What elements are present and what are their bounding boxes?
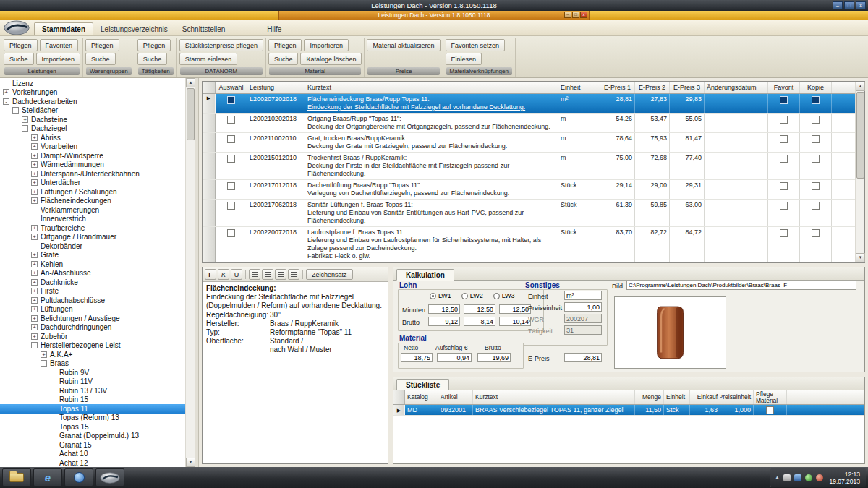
expand-icon[interactable]: + [31,143,38,150]
internet-explorer-taskbar-button[interactable]: e [33,468,62,487]
netto-input[interactable] [401,353,433,362]
auswahl-checkbox[interactable] [227,116,235,124]
ribbon-button-pflegen[interactable]: Pflegen [85,39,119,51]
expand-icon[interactable]: + [31,324,38,330]
stk-header-pflege-material[interactable]: Pflege Material [754,390,787,404]
tree-item-braas[interactable]: -Braas [0,359,185,369]
kopie-checkbox[interactable] [812,116,820,124]
tree-scroll-thumb[interactable] [187,88,195,140]
stk-header-artikel[interactable]: Artikel [438,390,473,404]
auswahl-checkbox[interactable] [227,135,235,143]
expand-icon[interactable]: + [31,179,38,186]
tree-item-flächeneindeckungen[interactable]: +Flächeneindeckungen [0,197,185,206]
expand-icon[interactable]: + [31,234,38,240]
ribbon-button-pflegen[interactable]: Pflegen [137,39,171,51]
langtext-body[interactable]: Flächeneindeckung: Eindeckung der Steild… [203,282,388,463]
expand-icon[interactable]: + [31,153,38,159]
tree-item-vorarbeiten[interactable]: +Vorarbeiten [0,142,185,152]
grid-header-kurztext[interactable]: Kurztext [305,82,558,93]
auswahl-checkbox[interactable] [227,96,235,104]
ribbon-button-suche[interactable]: Suche [4,53,34,65]
file-manager-taskbar-button[interactable] [2,468,31,487]
grid-scroll-thumb[interactable] [856,92,864,179]
tree-item-lizenz[interactable]: Lizenz [0,79,185,88]
collapse-icon[interactable]: - [31,342,38,348]
collapse-icon[interactable]: - [41,360,47,367]
auswahl-checkbox[interactable] [227,155,235,163]
grid-scrollbar[interactable]: ▲ ▼ [855,82,864,262]
grid-row[interactable]: L200210202018Ortgang Braas/Rupp "Topas 1… [203,114,855,133]
network-tray-icon[interactable] [794,474,801,481]
tree-item-wärmedämmungen[interactable]: +Wärmedämmungen [0,160,185,170]
grid-header-einheit[interactable]: Einheit [558,82,600,93]
security-tray-icon[interactable] [816,474,823,481]
tree-item-unterspann-unterdeckbahnen[interactable]: +Unterspann-/Unterdeckbahnen [0,169,185,179]
ribbon-button-suche[interactable]: Suche [85,53,116,65]
expand-icon[interactable]: + [31,288,38,294]
row-selector[interactable] [203,133,216,152]
collapse-icon[interactable]: - [3,98,9,105]
material-brutto-input[interactable] [477,353,511,362]
tree-item-dachdeckerarbeiten[interactable]: -Dachdeckerarbeiten [0,97,185,106]
tree-item-unterdächer[interactable]: +Unterdächer [0,179,185,188]
expand-icon[interactable]: + [41,351,47,358]
kopie-checkbox[interactable] [812,229,820,237]
expand-icon[interactable]: + [31,197,38,204]
tree-item-kehlen[interactable]: +Kehlen [0,260,185,269]
expand-icon[interactable]: + [31,315,38,322]
grid-row[interactable]: ▶L200207202018Flächeneindeckung Braas/Ru… [203,94,855,114]
minimize-button[interactable]: – [833,1,843,9]
expand-icon[interactable]: + [31,134,38,141]
align-right-button[interactable] [275,269,286,280]
minuten-lw1-input[interactable] [428,304,460,314]
favorit-checkbox[interactable] [780,135,788,143]
expand-icon[interactable]: + [31,279,38,286]
kopie-checkbox[interactable] [812,182,820,190]
ribbon-button-favoriten-setzen[interactable]: Favoriten setzen [446,39,506,51]
expand-icon[interactable]: + [31,261,38,267]
ribbon-button-suche[interactable]: Suche [137,53,168,65]
lohn-option-lw2[interactable]: LW2 [461,292,483,299]
tree-item-verklammerungen[interactable]: Verklammerungen [0,205,185,215]
close-button[interactable]: × [856,1,866,9]
tree-item-traufbereiche[interactable]: +Traufbereiche [0,223,185,233]
tree-item-achat-10[interactable]: Achat 10 [0,450,185,459]
einheit-input[interactable] [564,291,602,300]
preiseinheit-input[interactable] [564,302,602,312]
tree-item-steildächer[interactable]: -Steildächer [0,106,185,116]
tree-item-granat-15[interactable]: Granat 15 [0,440,185,450]
app-logo-icon[interactable] [3,20,30,35]
stk-header-menge[interactable]: Menge [635,390,664,404]
tab-leistungsverzeichnis[interactable]: Leistungsverzeichnis [93,23,175,35]
row-selector[interactable] [203,200,216,226]
minuten-lw2-input[interactable] [464,304,495,314]
pflege-material-checkbox[interactable] [766,406,774,414]
expand-icon[interactable]: + [3,89,9,95]
stk-header-einkauf[interactable]: Einkauf [690,390,720,404]
favorit-checkbox[interactable] [780,155,788,163]
auswahl-checkbox[interactable] [227,202,235,210]
aufschlag-input[interactable] [437,353,472,362]
auswahl-checkbox[interactable] [227,182,235,190]
ribbon-button-suche[interactable]: Suche [268,53,299,65]
ribbon-button-material-aktualisieren[interactable]: Material aktualisieren [367,39,440,51]
tree-item-abriss[interactable]: +Abriss [0,133,185,142]
row-selector[interactable] [203,227,216,262]
grid-header-favorit[interactable]: Favorit [768,82,800,93]
tree-item-topas-15[interactable]: Topas 15 [0,422,185,432]
tree-item-dachsteine[interactable]: +Dachsteine [0,115,185,124]
expand-icon[interactable]: + [22,116,28,123]
kopie-checkbox[interactable] [812,202,820,210]
underline-button[interactable]: U [231,269,242,280]
lohn-option-lw3[interactable]: LW3 [493,292,515,299]
stk-header-einheit[interactable]: Einheit [664,390,690,404]
grid-scroll-up-icon[interactable]: ▲ [856,82,865,91]
update-tray-icon[interactable] [805,474,812,481]
expand-icon[interactable]: + [31,161,38,168]
row-selector[interactable]: ▶ [203,94,216,113]
grid-header-kopie[interactable]: Kopie [800,82,832,93]
tree-scroll-down-icon[interactable]: ▼ [186,458,195,467]
row-selector[interactable] [203,153,216,179]
bild-path-input[interactable] [626,281,856,290]
browser-taskbar-button[interactable] [64,468,93,487]
